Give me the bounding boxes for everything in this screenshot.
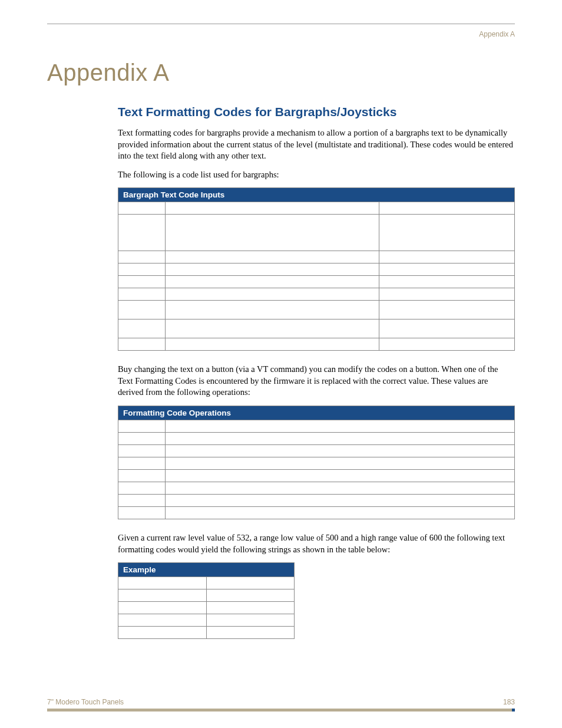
top-rule	[47, 24, 515, 24]
table-header: Example	[118, 563, 295, 577]
section-heading: Text Formatting Codes for Bargraphs/Joys…	[118, 105, 515, 119]
content-block: Text Formatting Codes for Bargraphs/Joys…	[118, 105, 515, 639]
table-header: Bargraph Text Code Inputs	[118, 188, 515, 202]
footer-bar	[47, 709, 515, 711]
table-bargraph-codes: Bargraph Text Code Inputs	[118, 187, 515, 351]
footer-doc-title: 7" Modero Touch Panels	[47, 698, 124, 706]
paragraph: Text formatting codes for bargraphs prov…	[118, 127, 515, 162]
paragraph: The following is a code list used for ba…	[118, 169, 515, 181]
table-header: Formatting Code Operations	[118, 406, 515, 420]
paragraph: Buy changing the text on a button (via a…	[118, 364, 515, 398]
running-head: Appendix A	[47, 30, 515, 38]
chapter-title: Appendix A	[47, 60, 515, 86]
table-formatting-operations: Formatting Code Operations	[118, 406, 515, 519]
footer-page-number: 183	[503, 698, 515, 706]
paragraph: Given a current raw level value of 532, …	[118, 532, 515, 555]
page: Appendix A Appendix A Text Formatting Co…	[0, 0, 562, 728]
table-example: Example	[118, 562, 295, 639]
page-footer: 7" Modero Touch Panels 183	[47, 698, 515, 711]
